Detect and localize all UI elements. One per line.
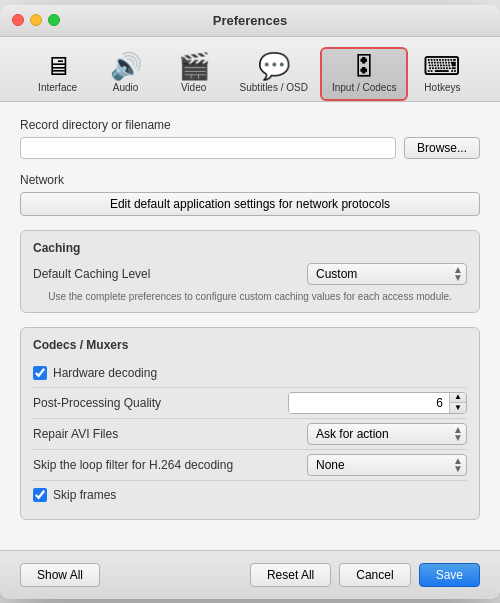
loop-filter-select[interactable]: None Non-ref Bidir Non-key All: [307, 454, 467, 476]
post-processing-input[interactable]: [289, 392, 449, 414]
post-processing-stepper: ▲ ▼: [449, 392, 466, 414]
close-button[interactable]: [12, 14, 24, 26]
toolbar-label-video: Video: [181, 82, 206, 93]
toolbar-item-hotkeys[interactable]: ⌨ Hotkeys: [408, 47, 476, 101]
skip-frames-checkbox[interactable]: [33, 488, 47, 502]
post-processing-label: Post-Processing Quality: [33, 396, 280, 410]
codecs-title: Codecs / Muxers: [33, 338, 467, 352]
skip-frames-label: Skip frames: [53, 488, 116, 502]
save-button[interactable]: Save: [419, 563, 480, 587]
traffic-lights: [12, 14, 60, 26]
preferences-window: Preferences 🖥 Interface 🔊 Audio 🎬 Video …: [0, 5, 500, 599]
hotkeys-icon: ⌨: [423, 51, 461, 82]
network-section: Network Edit default application setting…: [20, 173, 480, 216]
skip-frames-row: Skip frames: [33, 481, 467, 509]
toolbar: 🖥 Interface 🔊 Audio 🎬 Video 💬 Subtitles …: [0, 37, 500, 102]
repair-avi-select-wrapper: Ask for action Never Always ▲▼: [307, 423, 467, 445]
caching-section: Caching Default Caching Level Custom Low…: [20, 230, 480, 313]
repair-avi-label: Repair AVI Files: [33, 427, 299, 441]
video-icon: 🎬: [178, 51, 210, 82]
toolbar-item-input[interactable]: 🎛 Input / Codecs: [320, 47, 408, 101]
hardware-decoding-row: Hardware decoding: [33, 360, 467, 388]
toolbar-label-hotkeys: Hotkeys: [424, 82, 460, 93]
window-title: Preferences: [213, 13, 287, 28]
footer-right: Reset All Cancel Save: [250, 563, 480, 587]
toolbar-label-audio: Audio: [113, 82, 139, 93]
interface-icon: 🖥: [45, 51, 71, 82]
cancel-button[interactable]: Cancel: [339, 563, 410, 587]
network-label: Network: [20, 173, 480, 187]
record-input[interactable]: [20, 137, 396, 159]
toolbar-item-subtitles[interactable]: 💬 Subtitles / OSD: [228, 47, 320, 101]
caching-row: Default Caching Level Custom Lowest late…: [33, 263, 467, 285]
minimize-button[interactable]: [30, 14, 42, 26]
toolbar-label-interface: Interface: [38, 82, 77, 93]
caching-hint: Use the complete preferences to configur…: [33, 291, 467, 302]
post-processing-up[interactable]: ▲: [450, 392, 466, 404]
titlebar: Preferences: [0, 5, 500, 37]
footer-left: Show All: [20, 563, 100, 587]
hardware-decoding-wrapper: Hardware decoding: [33, 366, 467, 380]
toolbar-item-interface[interactable]: 🖥 Interface: [24, 47, 92, 101]
network-button[interactable]: Edit default application settings for ne…: [20, 192, 480, 216]
hardware-decoding-checkbox[interactable]: [33, 366, 47, 380]
codecs-section: Codecs / Muxers Hardware decoding Post-P…: [20, 327, 480, 520]
skip-frames-wrapper: Skip frames: [33, 488, 467, 502]
loop-filter-select-wrapper: None Non-ref Bidir Non-key All ▲▼: [307, 454, 467, 476]
reset-all-button[interactable]: Reset All: [250, 563, 331, 587]
input-icon: 🎛: [351, 51, 377, 82]
loop-filter-label: Skip the loop filter for H.264 decoding: [33, 458, 299, 472]
hardware-decoding-label: Hardware decoding: [53, 366, 157, 380]
content-area: Record directory or filename Browse... N…: [0, 102, 500, 550]
repair-avi-row: Repair AVI Files Ask for action Never Al…: [33, 419, 467, 450]
record-section: Record directory or filename Browse...: [20, 118, 480, 159]
loop-filter-row: Skip the loop filter for H.264 decoding …: [33, 450, 467, 481]
show-all-button[interactable]: Show All: [20, 563, 100, 587]
subtitles-icon: 💬: [258, 51, 290, 82]
caching-title: Caching: [33, 241, 467, 255]
footer: Show All Reset All Cancel Save: [0, 550, 500, 599]
post-processing-row: Post-Processing Quality ▲ ▼: [33, 388, 467, 419]
record-label: Record directory or filename: [20, 118, 480, 132]
toolbar-item-audio[interactable]: 🔊 Audio: [92, 47, 160, 101]
toolbar-item-video[interactable]: 🎬 Video: [160, 47, 228, 101]
post-processing-down[interactable]: ▼: [450, 403, 466, 414]
maximize-button[interactable]: [48, 14, 60, 26]
repair-avi-select[interactable]: Ask for action Never Always: [307, 423, 467, 445]
audio-icon: 🔊: [110, 51, 142, 82]
toolbar-label-input: Input / Codecs: [332, 82, 396, 93]
caching-row-label: Default Caching Level: [33, 267, 297, 281]
browse-button[interactable]: Browse...: [404, 137, 480, 159]
post-processing-input-wrapper: ▲ ▼: [288, 392, 467, 414]
caching-select[interactable]: Custom Lowest latency Low latency Normal…: [307, 263, 467, 285]
caching-select-wrapper: Custom Lowest latency Low latency Normal…: [307, 263, 467, 285]
record-input-row: Browse...: [20, 137, 480, 159]
toolbar-label-subtitles: Subtitles / OSD: [240, 82, 308, 93]
